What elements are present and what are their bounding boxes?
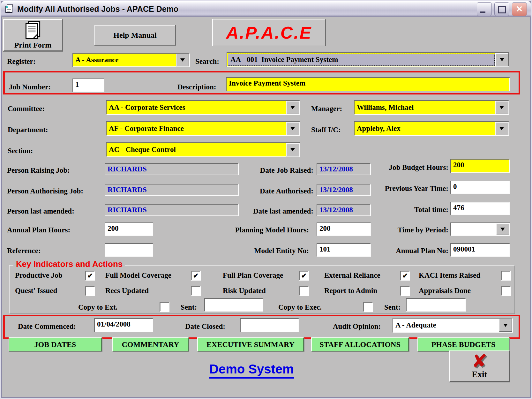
- search-value[interactable]: AA - 001 Invoice Payment System: [228, 54, 340, 65]
- department-combobox[interactable]: AF - Corporate Finance: [106, 121, 300, 136]
- chevron-down-icon: [499, 106, 504, 109]
- sent-ext-value: [205, 299, 263, 301]
- manager-label: Manager:: [311, 105, 342, 113]
- quest-issued-label: Quest' Issued: [15, 287, 57, 295]
- committee-combobox[interactable]: AA - Corporate Services: [106, 100, 300, 115]
- committee-dropdown-button[interactable]: [286, 101, 299, 114]
- person-authorising-field: RICHARDS: [105, 184, 239, 196]
- demo-system-link[interactable]: Demo System: [209, 362, 294, 379]
- register-dropdown-button[interactable]: [176, 54, 189, 66]
- phase-budgets-button[interactable]: PHASE BUDGETS: [417, 337, 509, 351]
- date-amended-field: 13/12/2008: [317, 204, 371, 216]
- sent-exec-value: [407, 299, 465, 301]
- staff-allocations-button[interactable]: STAFF ALLOCATIONS: [311, 337, 409, 351]
- staff-ic-value[interactable]: Appleby, Alex: [355, 123, 403, 134]
- prev-year-time-input[interactable]: 0: [450, 181, 510, 194]
- apace-logo-text: A.P.A.C.E: [226, 23, 312, 42]
- description-input[interactable]: Invoice Payment System: [226, 77, 510, 91]
- minimize-button[interactable]: [477, 2, 492, 16]
- planning-model-hours-input[interactable]: 200: [317, 222, 371, 236]
- time-by-period-combobox[interactable]: [450, 222, 510, 236]
- sent-ext-label: Sent:: [181, 303, 197, 312]
- full-plan-coverage-checkbox[interactable]: ✔: [299, 271, 309, 281]
- audit-opinion-combobox[interactable]: A - Adequate: [393, 318, 513, 333]
- section-combobox[interactable]: AC - Cheque Control: [106, 142, 300, 157]
- chevron-down-icon: [499, 127, 504, 130]
- full-model-coverage-checkbox[interactable]: ✔: [191, 271, 201, 281]
- date-commenced-input[interactable]: 01/04/2008: [94, 318, 153, 332]
- reference-value: [105, 244, 153, 246]
- external-reliance-checkbox[interactable]: ✔: [400, 271, 410, 281]
- total-time-input[interactable]: 476: [450, 202, 510, 215]
- exit-label: Exit: [472, 370, 487, 380]
- person-amended-value: RICHARDS: [105, 205, 238, 215]
- sent-exec-input[interactable]: [406, 298, 466, 312]
- date-raised-value: 13/12/2008: [317, 164, 370, 175]
- copy-to-exec-checkbox[interactable]: [363, 302, 373, 312]
- kaci-items-raised-label: KACI Items Raised: [419, 271, 480, 280]
- kaci-items-raised-checkbox[interactable]: [501, 271, 511, 281]
- help-manual-button[interactable]: Help Manual: [94, 25, 176, 45]
- maximize-button[interactable]: [494, 2, 509, 16]
- risk-updated-checkbox[interactable]: [299, 286, 309, 296]
- audit-opinion-dropdown-button[interactable]: [499, 319, 512, 332]
- appraisals-done-label: Appraisals Done: [419, 287, 471, 295]
- risk-updated-label: Risk Updated: [223, 287, 266, 295]
- search-combobox[interactable]: AA - 001 Invoice Payment System: [227, 52, 509, 67]
- committee-value[interactable]: AA - Corporate Services: [107, 102, 188, 113]
- copy-to-ext-checkbox[interactable]: [160, 302, 169, 312]
- section-value[interactable]: AC - Cheque Control: [107, 144, 178, 155]
- section-dropdown-button[interactable]: [286, 143, 299, 156]
- manager-value[interactable]: Williams, Michael: [355, 102, 416, 113]
- budget-hours-label: Job Budget Hours:: [367, 163, 448, 172]
- appraisals-done-checkbox[interactable]: [501, 286, 511, 296]
- date-raised-label: Date Job Raised:: [236, 166, 313, 175]
- job-number-input[interactable]: 1: [72, 79, 104, 92]
- date-closed-value: [241, 319, 298, 321]
- print-form-button[interactable]: Print Form: [3, 19, 63, 51]
- time-by-period-dropdown-button[interactable]: [496, 223, 509, 235]
- reference-label: Reference:: [7, 247, 41, 255]
- register-combobox[interactable]: A - Assurance: [72, 53, 190, 67]
- model-entity-no-label: Model Entity No:: [220, 247, 309, 255]
- executive-summary-button[interactable]: EXECUTIVE SUMMARY: [197, 337, 304, 351]
- job-dates-button[interactable]: JOB DATES: [9, 337, 102, 351]
- productive-job-checkbox[interactable]: ✔: [85, 271, 95, 281]
- report-to-admin-checkbox[interactable]: [400, 286, 410, 296]
- date-closed-input[interactable]: [240, 318, 299, 332]
- search-dropdown-button[interactable]: [495, 53, 509, 66]
- annual-plan-hours-input[interactable]: 200: [105, 222, 153, 236]
- staff-ic-combobox[interactable]: Appleby, Alex: [354, 121, 509, 136]
- exit-button[interactable]: ✘ Exit: [449, 350, 510, 382]
- search-label: Search:: [195, 57, 219, 66]
- date-authorised-label: Date Authorised:: [236, 187, 313, 195]
- date-authorised-value: 13/12/2008: [317, 184, 370, 195]
- person-amended-label: Person last amended:: [7, 207, 74, 215]
- model-entity-no-input[interactable]: 101: [317, 243, 371, 257]
- close-button[interactable]: ✕: [512, 2, 527, 16]
- date-amended-value: 13/12/2008: [317, 205, 370, 215]
- recs-updated-checkbox[interactable]: [191, 286, 201, 296]
- help-manual-label: Help Manual: [113, 31, 156, 40]
- manager-dropdown-button[interactable]: [495, 101, 508, 114]
- chevron-down-icon: [503, 324, 508, 327]
- description-value: Invoice Payment System: [227, 78, 509, 89]
- budget-hours-value: 200: [451, 160, 509, 170]
- annual-plan-no-input[interactable]: 090001: [450, 243, 510, 257]
- reference-input[interactable]: [105, 243, 153, 257]
- commentary-button[interactable]: COMMENTARY: [112, 337, 189, 351]
- prev-year-time-label: Previous Year Time:: [367, 184, 448, 193]
- register-value[interactable]: A - Assurance: [73, 55, 121, 65]
- staff-ic-dropdown-button[interactable]: [495, 122, 508, 135]
- audit-opinion-value[interactable]: A - Adequate: [393, 320, 438, 331]
- maximize-icon: [498, 6, 506, 13]
- date-authorised-field: 13/12/2008: [317, 184, 371, 196]
- department-value[interactable]: AF - Corporate Finance: [107, 123, 186, 134]
- manager-combobox[interactable]: Williams, Michael: [354, 100, 509, 115]
- quest-issued-checkbox[interactable]: [85, 286, 95, 296]
- department-dropdown-button[interactable]: [286, 122, 299, 135]
- budget-hours-input[interactable]: 200: [450, 159, 510, 173]
- exit-x-icon: ✘: [472, 353, 487, 369]
- sent-ext-input[interactable]: [204, 298, 263, 312]
- time-by-period-value[interactable]: [451, 228, 455, 230]
